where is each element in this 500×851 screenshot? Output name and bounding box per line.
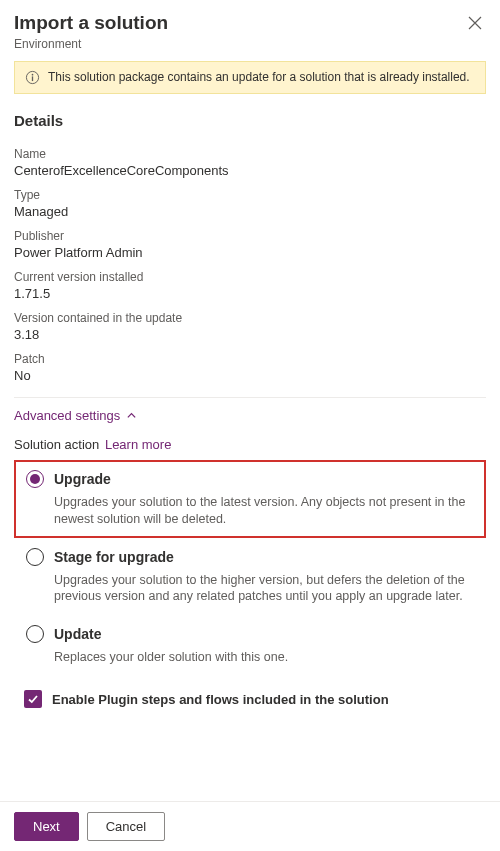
advanced-settings-label: Advanced settings	[14, 408, 120, 423]
radio-option-upgrade[interactable]: UpgradeUpgrades your solution to the lat…	[14, 460, 486, 538]
radio-indicator	[26, 625, 44, 643]
current-version-label: Current version installed	[14, 270, 486, 284]
type-value: Managed	[14, 204, 486, 219]
close-button[interactable]	[464, 12, 486, 34]
radio-title: Stage for upgrade	[54, 549, 174, 565]
svg-rect-2	[32, 76, 33, 81]
radio-description: Upgrades your solution to the higher ver…	[54, 572, 474, 606]
publisher-label: Publisher	[14, 229, 486, 243]
checkbox-label: Enable Plugin steps and flows included i…	[52, 692, 389, 707]
radio-option-stage[interactable]: Stage for upgradeUpgrades your solution …	[14, 538, 486, 616]
advanced-settings-toggle[interactable]: Advanced settings	[14, 408, 486, 423]
footer: Next Cancel	[0, 801, 500, 851]
checkbox-box	[24, 690, 42, 708]
details-heading: Details	[14, 112, 486, 129]
name-value: CenterofExcellenceCoreComponents	[14, 163, 486, 178]
type-label: Type	[14, 188, 486, 202]
chevron-up-icon	[126, 410, 137, 421]
checkmark-icon	[27, 693, 39, 705]
publisher-value: Power Platform Admin	[14, 245, 486, 260]
radio-description: Replaces your older solution with this o…	[54, 649, 474, 666]
update-version-value: 3.18	[14, 327, 486, 342]
radio-title: Upgrade	[54, 471, 111, 487]
info-banner: This solution package contains an update…	[14, 61, 486, 94]
cancel-button[interactable]: Cancel	[87, 812, 165, 841]
current-version-value: 1.71.5	[14, 286, 486, 301]
divider	[14, 397, 486, 398]
name-label: Name	[14, 147, 486, 161]
next-button[interactable]: Next	[14, 812, 79, 841]
update-version-label: Version contained in the update	[14, 311, 486, 325]
learn-more-link[interactable]: Learn more	[105, 437, 171, 452]
radio-indicator	[26, 470, 44, 488]
radio-title: Update	[54, 626, 101, 642]
solution-action-label: Solution action	[14, 437, 99, 452]
radio-description: Upgrades your solution to the latest ver…	[54, 494, 474, 528]
patch-value: No	[14, 368, 486, 383]
close-icon	[468, 16, 482, 30]
page-subtitle: Environment	[14, 37, 168, 51]
radio-indicator	[26, 548, 44, 566]
svg-point-1	[32, 74, 34, 76]
enable-plugin-checkbox[interactable]: Enable Plugin steps and flows included i…	[14, 690, 486, 708]
solution-action-group: UpgradeUpgrades your solution to the lat…	[14, 460, 486, 676]
page-title: Import a solution	[14, 12, 168, 35]
patch-label: Patch	[14, 352, 486, 366]
info-icon	[25, 70, 40, 85]
info-banner-message: This solution package contains an update…	[48, 70, 470, 84]
radio-option-update[interactable]: UpdateReplaces your older solution with …	[14, 615, 486, 676]
